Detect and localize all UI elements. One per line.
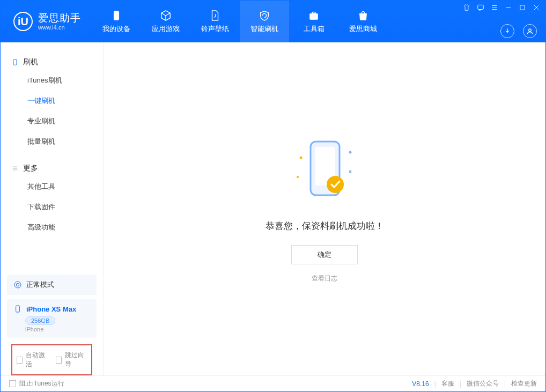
window-controls xyxy=(463,4,540,11)
close-icon[interactable] xyxy=(533,4,540,11)
app-name: 爱思助手 xyxy=(38,12,81,24)
app-logo-icon: iU xyxy=(13,12,33,31)
wechat-link[interactable]: 微信公众号 xyxy=(467,379,499,388)
menu-icon[interactable] xyxy=(491,4,498,11)
maximize-icon[interactable] xyxy=(519,4,526,11)
svg-rect-0 xyxy=(114,11,119,20)
success-illustration xyxy=(282,135,367,210)
tab-label: 工具箱 xyxy=(304,24,324,34)
svg-point-22 xyxy=(297,176,299,178)
refresh-shield-icon xyxy=(258,9,271,22)
sidebar-item-pro-flash[interactable]: 专业刷机 xyxy=(1,111,103,131)
svg-rect-17 xyxy=(16,306,20,312)
checkbox-icon xyxy=(17,357,23,364)
tab-my-device[interactable]: 我的设备 xyxy=(92,1,141,42)
download-button[interactable] xyxy=(500,24,514,38)
checkbox-skip-guide[interactable]: 跳过向导 xyxy=(56,351,87,369)
shopping-bag-icon xyxy=(357,9,370,22)
mode-label: 正常模式 xyxy=(26,280,54,290)
checkbox-icon xyxy=(56,357,62,364)
svg-rect-2 xyxy=(312,12,315,14)
tab-label: 爱思商城 xyxy=(349,24,377,34)
device-card[interactable]: iPhone XS Max 256GB iPhone xyxy=(7,299,97,338)
svg-point-21 xyxy=(349,151,352,153)
svg-point-16 xyxy=(14,282,21,288)
ok-button[interactable]: 确定 xyxy=(291,245,358,264)
check-update-link[interactable]: 检查更新 xyxy=(511,379,537,388)
tab-apps-games[interactable]: 应用游戏 xyxy=(141,1,190,42)
sidebar-item-other-tools[interactable]: 其他工具 xyxy=(1,176,103,197)
header-actions xyxy=(500,24,537,38)
sidebar-item-oneclick-flash[interactable]: 一键刷机 xyxy=(1,91,103,111)
tab-label: 应用游戏 xyxy=(152,24,180,34)
sidebar: 刷机 iTunes刷机 一键刷机 专业刷机 批量刷机 更多 其他工具 下载固件 … xyxy=(1,42,104,375)
tab-label: 我的设备 xyxy=(102,24,130,34)
svg-point-20 xyxy=(327,176,344,193)
nav-tabs: 我的设备 应用游戏 铃声壁纸 智能刷机 工具箱 爱思商城 xyxy=(92,1,388,42)
tab-label: 智能刷机 xyxy=(250,24,278,34)
version-label: V8.16 xyxy=(412,380,429,388)
sync-icon xyxy=(13,280,22,289)
toolbox-icon xyxy=(307,9,320,22)
svg-rect-1 xyxy=(310,13,318,19)
device-icon xyxy=(11,58,19,66)
svg-point-11 xyxy=(529,29,532,32)
list-icon xyxy=(11,165,19,172)
body: 刷机 iTunes刷机 一键刷机 专业刷机 批量刷机 更多 其他工具 下载固件 … xyxy=(1,42,545,375)
cube-icon xyxy=(159,9,172,22)
minimize-icon[interactable] xyxy=(505,4,512,11)
sidebar-group-flash: 刷机 iTunes刷机 一键刷机 专业刷机 批量刷机 xyxy=(1,50,103,156)
tab-toolbox[interactable]: 工具箱 xyxy=(289,1,338,42)
phone-small-icon xyxy=(13,305,22,313)
sidebar-item-download-firmware[interactable]: 下载固件 xyxy=(1,197,103,217)
tab-label: 铃声壁纸 xyxy=(201,24,229,34)
device-type: iPhone xyxy=(25,326,90,332)
statusbar: 阻止iTunes运行 V8.16 | 客服 | 微信公众号 | 检查更新 xyxy=(1,375,545,391)
mode-card[interactable]: 正常模式 xyxy=(7,275,97,295)
svg-rect-3 xyxy=(478,5,484,9)
sidebar-item-batch-flash[interactable]: 批量刷机 xyxy=(1,131,103,152)
device-name: iPhone XS Max xyxy=(26,305,76,313)
view-log-link[interactable]: 查看日志 xyxy=(312,274,337,283)
checkbox-label: 阻止iTunes运行 xyxy=(19,379,64,388)
svg-rect-12 xyxy=(13,60,17,65)
sidebar-bottom: 正常模式 iPhone XS Max 256GB iPhone 自动激活 xyxy=(1,269,103,375)
titlebar: iU 爱思助手 www.i4.cn 我的设备 应用游戏 铃声壁纸 智能刷机 xyxy=(1,1,545,42)
group-title: 刷机 xyxy=(23,57,38,67)
tab-smart-flash[interactable]: 智能刷机 xyxy=(240,1,289,42)
group-title: 更多 xyxy=(23,164,38,173)
music-file-icon xyxy=(209,9,222,22)
app-url: www.i4.cn xyxy=(38,24,81,31)
checkbox-label: 自动激活 xyxy=(26,351,48,369)
tab-ringtone-wallpaper[interactable]: 铃声壁纸 xyxy=(190,1,240,42)
skin-icon[interactable] xyxy=(463,4,470,11)
sidebar-item-itunes-flash[interactable]: iTunes刷机 xyxy=(1,70,103,91)
tab-i4-store[interactable]: 爱思商城 xyxy=(338,1,388,42)
app-window: iU 爱思助手 www.i4.cn 我的设备 应用游戏 铃声壁纸 智能刷机 xyxy=(0,0,546,392)
success-message: 恭喜您，保资料刷机成功啦！ xyxy=(265,220,384,232)
main-content: 恭喜您，保资料刷机成功啦！ 确定 查看日志 xyxy=(104,42,545,375)
user-button[interactable] xyxy=(523,24,537,38)
options-box: 自动激活 跳过向导 xyxy=(11,344,92,375)
logo-area: iU 爱思助手 www.i4.cn xyxy=(1,1,92,42)
checkbox-label: 跳过向导 xyxy=(65,351,87,369)
checkbox-block-itunes[interactable]: 阻止iTunes运行 xyxy=(9,379,64,388)
sidebar-group-more: 更多 其他工具 下载固件 高级功能 xyxy=(1,156,103,242)
storage-pill: 256GB xyxy=(25,316,55,325)
phone-icon xyxy=(110,9,123,22)
svg-rect-8 xyxy=(520,5,525,10)
checkbox-auto-activate[interactable]: 自动激活 xyxy=(17,351,48,369)
sidebar-item-advanced[interactable]: 高级功能 xyxy=(1,217,103,238)
feedback-icon[interactable] xyxy=(477,4,484,11)
checkbox-icon xyxy=(9,380,16,387)
support-link[interactable]: 客服 xyxy=(441,379,454,388)
